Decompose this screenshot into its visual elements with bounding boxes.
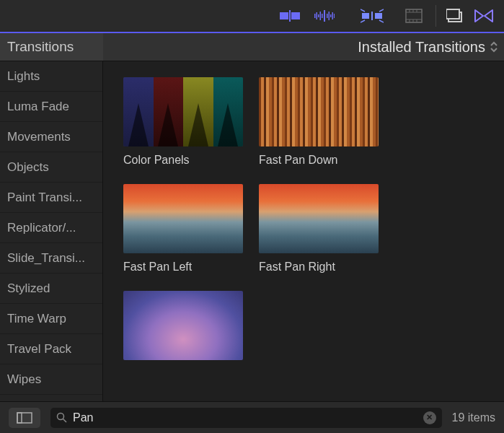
- svg-rect-2: [289, 10, 291, 22]
- svg-rect-31: [446, 9, 459, 19]
- top-toolbar: [0, 0, 504, 33]
- svg-rect-33: [17, 413, 22, 423]
- svg-rect-4: [317, 12, 318, 19]
- svg-rect-3: [314, 14, 316, 18]
- sidebar-item[interactable]: Travel Pack: [0, 334, 102, 364]
- filmstrip-icon[interactable]: [397, 0, 431, 32]
- svg-rect-5: [318, 14, 319, 17]
- svg-line-17: [361, 9, 365, 12]
- svg-rect-16: [371, 12, 373, 20]
- svg-rect-32: [17, 413, 32, 423]
- svg-point-34: [58, 414, 64, 420]
- panel-title: Transitions: [0, 33, 103, 61]
- transition-thumbnail[interactable]: Fast Pan Left: [123, 184, 243, 274]
- sidebar-item[interactable]: Time Warp: [0, 304, 102, 334]
- thumbnail-label: Fast Pan Right: [259, 261, 379, 274]
- transition-icon[interactable]: [355, 0, 389, 32]
- svg-rect-14: [362, 13, 369, 19]
- transition-thumbnail[interactable]: [123, 291, 243, 367]
- svg-rect-0: [280, 12, 288, 19]
- svg-line-19: [361, 20, 365, 22]
- svg-rect-10: [329, 12, 330, 20]
- thumbnail-preview: [123, 77, 243, 146]
- category-sidebar: LightsLuma FadeMovementsObjectsPaint Tra…: [0, 61, 103, 401]
- item-count-label: 19 items: [452, 411, 495, 424]
- window-icon[interactable]: [441, 0, 469, 32]
- sidebar-item[interactable]: Replicator/...: [0, 213, 102, 243]
- sidebar-item[interactable]: Wipes: [0, 364, 102, 395]
- sidebar-item[interactable]: Slide_Transi...: [0, 243, 102, 274]
- search-input[interactable]: [73, 411, 417, 424]
- svg-rect-12: [332, 12, 334, 19]
- thumbnail-preview: [123, 291, 243, 360]
- svg-line-35: [63, 419, 67, 423]
- browser-footer: ✕ 19 items: [0, 401, 504, 433]
- transition-thumbnail[interactable]: Fast Pan Right: [259, 184, 379, 274]
- sidebar-item[interactable]: Stylized: [0, 274, 102, 304]
- thumbnail-preview: [123, 184, 243, 253]
- transition-grid: Color PanelsFast Pan DownFast Pan LeftFa…: [103, 61, 504, 401]
- svg-rect-7: [322, 14, 323, 18]
- svg-line-20: [379, 20, 384, 22]
- svg-rect-9: [327, 14, 328, 18]
- sidebar-item[interactable]: Lights: [0, 61, 102, 92]
- thumbnail-label: Fast Pan Left: [123, 261, 243, 274]
- sidebar-item[interactable]: Paint Transi...: [0, 183, 102, 213]
- layout-toggle-button[interactable]: [9, 408, 40, 428]
- svg-rect-8: [324, 10, 325, 22]
- svg-rect-15: [375, 13, 382, 19]
- search-icon: [56, 412, 67, 423]
- svg-rect-1: [291, 12, 300, 19]
- bowtie-icon[interactable]: [469, 0, 498, 32]
- chevron-updown-icon: [490, 40, 498, 53]
- transition-thumbnail[interactable]: Color Panels: [123, 77, 243, 167]
- transition-thumbnail[interactable]: Fast Pan Down: [259, 77, 379, 167]
- clear-search-button[interactable]: ✕: [423, 411, 436, 424]
- svg-rect-21: [406, 9, 422, 22]
- sidebar-item[interactable]: Objects: [0, 152, 102, 183]
- svg-rect-11: [330, 14, 332, 17]
- thumbnail-preview: [259, 184, 379, 253]
- dropdown-label: Installed Transitions: [358, 39, 485, 56]
- thumbnail-label: Fast Pan Down: [259, 154, 379, 167]
- thumbnail-preview: [259, 77, 379, 146]
- audio-levels-icon[interactable]: [307, 0, 342, 32]
- svg-rect-6: [320, 12, 322, 20]
- svg-rect-13: [334, 14, 335, 18]
- search-field-wrapper: ✕: [50, 408, 442, 428]
- sidebar-item[interactable]: Movements: [0, 122, 102, 152]
- library-dropdown[interactable]: Installed Transitions: [358, 39, 504, 56]
- clip-overlap-icon[interactable]: [273, 0, 307, 32]
- svg-line-18: [379, 9, 384, 12]
- sidebar-item[interactable]: Luma Fade: [0, 92, 102, 122]
- thumbnail-label: Color Panels: [123, 154, 243, 167]
- browser-header: Transitions Installed Transitions: [0, 33, 504, 61]
